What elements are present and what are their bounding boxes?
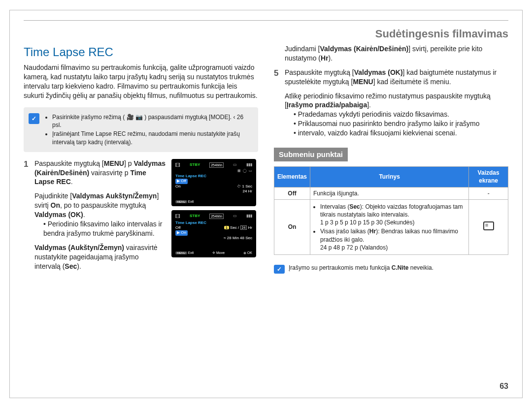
sub-bullet: Priklausomai nuo pasirinkto bendro įrašy…: [294, 119, 507, 128]
step-body: Pajudinkite [Valdymas Aukštyn/Žemyn] svi…: [34, 191, 166, 238]
step-2: Pajudinkite [Valdymas Aukštyn/Žemyn] svi…: [24, 191, 167, 238]
th-display: Vaizdas ekrane: [469, 167, 508, 187]
step-1: 1 Paspauskite mygtuką [MENU] p Valdymas …: [24, 159, 167, 187]
footnote: ✓ Įrašymo su pertraukomis metu funkcija …: [274, 264, 508, 274]
option-on: ▶ On: [175, 230, 188, 235]
step-body: Paspauskite mygtuką [Valdymas (OK)] kad …: [285, 68, 507, 87]
chapter-heading: Sudėtingesnis filmavimas: [24, 28, 508, 40]
step-number: 5: [274, 68, 283, 79]
time-remaining: 254Min: [209, 214, 224, 219]
step-number: 1: [24, 159, 33, 170]
left-column: Time Lapse REC Naudodami filmavimo su pe…: [24, 44, 258, 276]
clock-icon: ⏱: [237, 184, 241, 188]
step-body: Valdymas (Aukštyn/Žemyn) vairasvirtė nus…: [34, 243, 166, 271]
battery-icon: ▮▮▮: [246, 162, 252, 167]
note-item: Pasirinkite įrašymo režimą ( 🎥 📷 ) paspa…: [52, 113, 253, 129]
option-on: On: [175, 184, 181, 194]
right-column: Judindami [Valdymas (Kairėn/Dešinėn)] sv…: [274, 44, 508, 276]
page-number: 63: [499, 382, 508, 391]
th-element: Elementas: [274, 167, 310, 187]
option-off: Off: [175, 225, 181, 230]
manual-page: Sudėtingesnis filmavimas Time Lapse REC …: [9, 10, 523, 398]
option-off: ▶ Off: [175, 179, 188, 184]
two-column-layout: Time Lapse REC Naudodami filmavimo su pe…: [24, 44, 508, 276]
step-3: Valdymas (Aukštyn/Žemyn) vairasvirtė nus…: [24, 243, 167, 271]
time-remaining: 254Min: [209, 162, 224, 168]
table-row: On Intervalas (Sec): Objekto vaizdas fot…: [274, 199, 508, 254]
step-body: Judindami [Valdymas (Kairėn/Dešinėn)] sv…: [285, 44, 507, 63]
step-body: Paspauskite mygtuką [MENU] p Valdymas (K…: [34, 159, 166, 187]
menu-title: Time Lapse REC: [175, 220, 252, 225]
list-item: Intervalas (Sec): Objekto vaizdas fotogr…: [320, 203, 466, 227]
step-5: 5 Paspauskite mygtuką [Valdymas (OK)] ka…: [274, 68, 508, 87]
submenu-heading: Submeniu punktai: [274, 148, 348, 161]
check-icon: ✓: [29, 113, 39, 124]
card-icon: ▭: [233, 214, 237, 219]
hr-box: 24: [240, 225, 247, 230]
th-content: Turinys: [310, 167, 469, 187]
mini-icon: ▭: [249, 168, 252, 173]
card-icon: ▭: [233, 162, 237, 167]
sub-bullet: intervalo, vaizdo kadrai fiksuojami kiek…: [294, 128, 507, 138]
on-description-list: Intervalas (Sec): Objekto vaizdas fotogr…: [320, 203, 466, 251]
step-6: Atlikę periodinio fiksavimo režimo nusta…: [274, 92, 508, 138]
intro-paragraph: Naudodami filmavimo su pertraukomis funk…: [24, 63, 258, 100]
battery-icon: ▮▮▮: [246, 214, 252, 219]
submenu-table: Elementas Turinys Vaizdas ekrane Off Fun…: [274, 166, 508, 255]
sec-box: 1: [224, 226, 229, 229]
page-title: Time Lapse REC: [24, 44, 258, 60]
stby-label: STBY: [190, 214, 200, 219]
footnote-text: Įrašymo su pertraukomis metu funkcija C.…: [289, 264, 433, 274]
menu-title: Time Lapse REC: [175, 174, 252, 179]
move-icon: ✥: [212, 251, 215, 254]
left-steps-text: 1 Paspauskite mygtuką [MENU] p Valdymas …: [24, 159, 167, 276]
mini-icon: ◯: [243, 168, 247, 173]
step-body: Atlikę periodinio fiksavimo režimo nusta…: [285, 92, 507, 138]
timelapse-display-icon: [483, 221, 494, 230]
content-frame: Sudėtingesnis filmavimas Time Lapse REC …: [24, 20, 508, 276]
check-icon: ✓: [274, 265, 285, 274]
menu-chip: MENU: [175, 251, 187, 254]
camera-screen-2: 🎞 STBY 254Min ▭ ▮▮▮ Time Lapse REC Off 1: [171, 210, 256, 257]
list-item: Visas įrašo laikas (Hr): Bendras laikas …: [320, 227, 466, 251]
note-box: ✓ Pasirinkite įrašymo režimą ( 🎥 📷 ) pas…: [24, 107, 258, 152]
camera-screens: 🎞 STBY 254Min ▭ ▮▮▮ ▦ ◯ ▭ Ti: [171, 159, 258, 276]
sub-bullet: Pradedamas vykdyti periodinis vaizdo fik…: [294, 110, 507, 119]
film-icon: 🎞: [175, 162, 180, 168]
note-item: Įrašinėjant Time Lapse REC režimu, naudo…: [52, 130, 253, 146]
mini-icon: ▦: [237, 168, 241, 173]
step-4: Judindami [Valdymas (Kairėn/Dešinėn)] sv…: [274, 44, 508, 63]
menu-chip: MENU: [175, 200, 187, 203]
approx-time: ≈ 28 Min 48 Sec: [224, 236, 252, 241]
ok-icon: ◉: [243, 251, 246, 254]
note-list: Pasirinkite įrašymo režimą ( 🎥 📷 ) paspa…: [44, 112, 253, 147]
camera-screen-1: 🎞 STBY 254Min ▭ ▮▮▮ ▦ ◯ ▭ Ti: [171, 159, 256, 206]
stby-label: STBY: [190, 162, 200, 167]
film-icon: 🎞: [175, 213, 180, 219]
table-row: Off Funkcija išjungta. -: [274, 187, 508, 199]
sub-bullet: Periodinio fiksavimo laiko intervalas ir…: [43, 219, 166, 238]
left-steps-area: 1 Paspauskite mygtuką [MENU] p Valdymas …: [24, 159, 258, 276]
